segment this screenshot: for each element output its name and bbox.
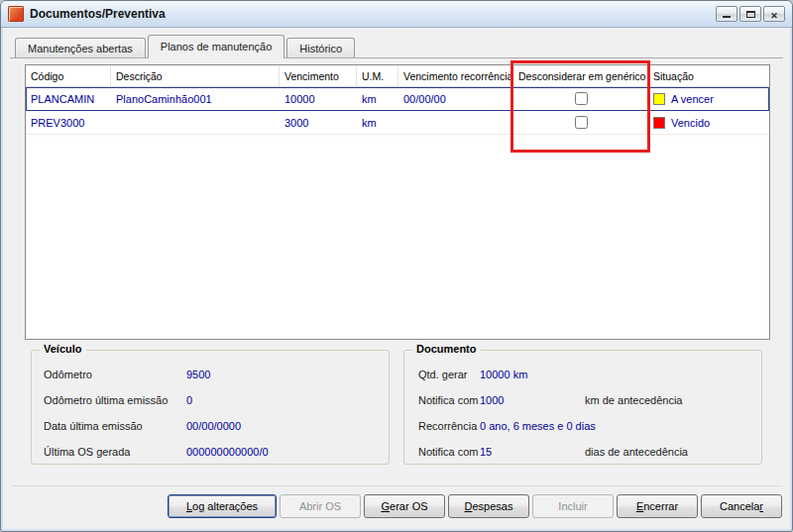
cell-um: km <box>357 93 398 105</box>
column-header-desconsiderar-em-generico[interactable]: Desconsiderar em genérico <box>513 65 648 86</box>
desconsiderar-checkbox[interactable] <box>575 116 588 129</box>
cell-situacao: A vencer <box>648 93 769 105</box>
dialog-window: Documentos/Preventiva Manutenções aberta… <box>0 0 793 532</box>
cell-codigo: PLANCAMIN <box>26 93 111 105</box>
log-alteracoes-button[interactable]: Log alterações <box>168 494 277 518</box>
notifica-com-km-label: Notifica com <box>418 394 479 406</box>
data-ultima-emissao-label: Data última emissão <box>44 420 143 432</box>
column-header-situacao[interactable]: Situação <box>648 65 769 86</box>
window-title: Documentos/Preventiva <box>30 7 166 21</box>
qtd-gerar-label: Qtd. gerar <box>418 369 468 380</box>
button-bar: Log alterações Abrir OS Gerar OS Despesa… <box>168 494 782 518</box>
column-header-vencimento-recorrencia[interactable]: Vencimento recorrência <box>398 65 513 86</box>
tab-planos-de-manutencao[interactable]: Planos de manutenção <box>148 35 285 58</box>
tab-historico[interactable]: Histórico <box>286 38 355 58</box>
notifica-com-km-value: 1000 <box>480 394 504 406</box>
recorrencia-label: Recorrência <box>418 420 477 432</box>
notifica-com-dias-suffix: dias de antecedência <box>585 446 688 458</box>
status-label: A vencer <box>671 93 714 105</box>
column-header-codigo[interactable]: Código <box>26 65 111 86</box>
data-ultima-emissao-value: 00/00/0000 <box>186 420 241 432</box>
field-row: Odômetro última emissão 0 <box>32 388 389 414</box>
documento-groupbox: Documento Qtd. gerar 10000 km Notifica c… <box>403 350 762 465</box>
ultima-os-gerada-value: 000000000000/0 <box>186 446 269 458</box>
cell-codigo: PREV3000 <box>26 117 111 129</box>
notifica-com-dias-value: 15 <box>480 446 492 458</box>
table-row[interactable]: PLANCAMIN PlanoCaminhão001 10000 km 00/0… <box>26 87 769 111</box>
cell-desconsiderar <box>513 116 648 129</box>
app-icon <box>8 6 24 22</box>
titlebar[interactable]: Documentos/Preventiva <box>1 1 792 28</box>
plans-grid: Código Descrição Vencimento U.M. Vencime… <box>25 64 770 340</box>
veiculo-groupbox: Veículo Odômetro 9500 Odômetro última em… <box>31 350 390 465</box>
documento-group-title: Documento <box>412 343 481 355</box>
table-row[interactable]: PREV3000 3000 km Vencido <box>26 111 769 135</box>
field-row: Recorrência 0 ano, 6 meses e 0 dias <box>404 414 761 440</box>
field-row: Notifica com 15 dias de antecedência <box>404 440 761 466</box>
window-controls <box>716 6 785 22</box>
cell-vencimento-recorrencia: 00/00/00 <box>398 93 513 105</box>
close-icon <box>770 7 778 22</box>
footer-divider <box>11 485 782 486</box>
maximize-button[interactable] <box>739 6 761 22</box>
veiculo-group-title: Veículo <box>40 343 86 355</box>
status-label: Vencido <box>671 117 710 129</box>
odometro-label: Odômetro <box>44 369 92 380</box>
notifica-com-dias-label: Notifica com <box>418 446 479 458</box>
despesas-button[interactable]: Despesas <box>448 494 529 518</box>
tabstrip: Manutenções abertas Planos de manutenção… <box>15 35 357 58</box>
desconsiderar-checkbox[interactable] <box>575 92 588 105</box>
column-header-vencimento[interactable]: Vencimento <box>280 65 357 86</box>
field-row: Data última emissão 00/00/0000 <box>32 414 389 440</box>
maximize-icon <box>746 11 755 18</box>
field-row: Qtd. gerar 10000 km <box>404 363 761 388</box>
encerrar-button[interactable]: Encerrar <box>617 494 698 518</box>
cell-descricao: PlanoCaminhão001 <box>111 93 280 105</box>
cell-situacao: Vencido <box>648 117 769 129</box>
column-header-descricao[interactable]: Descrição <box>111 65 280 86</box>
abrir-os-button: Abrir OS <box>280 494 361 518</box>
close-button[interactable] <box>763 6 785 22</box>
status-color-swatch <box>653 93 665 105</box>
grid-header-row: Código Descrição Vencimento U.M. Vencime… <box>26 65 769 87</box>
minimize-button[interactable] <box>716 6 737 22</box>
tab-divider <box>10 57 783 58</box>
odometro-value: 9500 <box>186 369 210 380</box>
cell-um: km <box>357 117 398 129</box>
recorrencia-value: 0 ano, 6 meses e 0 dias <box>480 420 596 432</box>
tab-manutencoes-abertas[interactable]: Manutenções abertas <box>15 38 146 58</box>
field-row: Última OS gerada 000000000000/0 <box>32 440 389 466</box>
cancelar-button[interactable]: Cancelar <box>701 494 782 518</box>
notifica-com-km-suffix: km de antecedência <box>585 394 682 406</box>
incluir-button: Incluir <box>532 494 614 518</box>
column-header-um[interactable]: U.M. <box>357 65 398 86</box>
cell-vencimento: 10000 <box>280 93 357 105</box>
odometro-ultima-emissao-value: 0 <box>186 394 192 406</box>
gerar-os-button[interactable]: Gerar OS <box>364 494 445 518</box>
qtd-gerar-value: 10000 km <box>480 369 527 380</box>
status-color-swatch <box>653 117 665 129</box>
ultima-os-gerada-label: Última OS gerada <box>44 446 130 458</box>
odometro-ultima-emissao-label: Odômetro última emissão <box>44 394 168 406</box>
minimize-icon <box>723 16 731 18</box>
field-row: Odômetro 9500 <box>32 363 389 388</box>
cell-vencimento: 3000 <box>280 117 357 129</box>
cell-desconsiderar <box>513 92 648 105</box>
field-row: Notifica com 1000 km de antecedência <box>404 388 761 414</box>
